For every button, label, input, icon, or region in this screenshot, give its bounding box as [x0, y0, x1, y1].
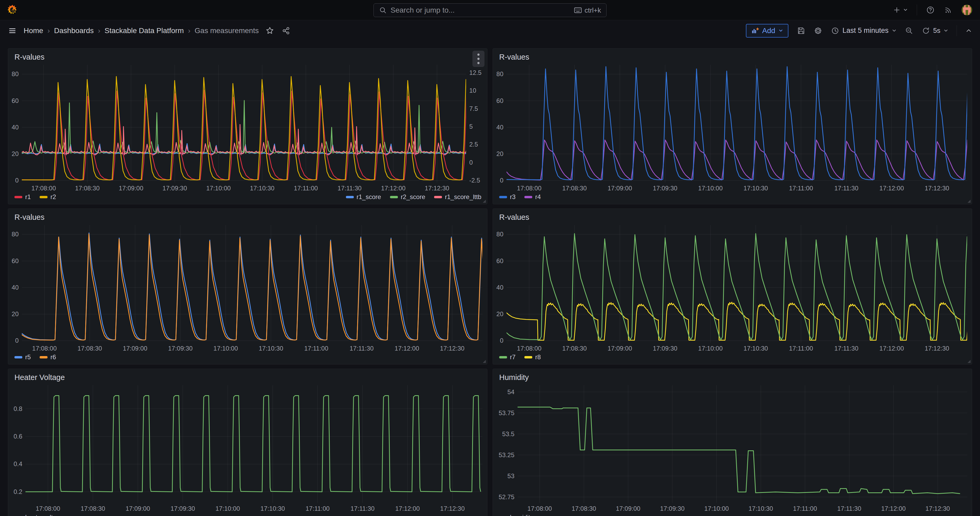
legend: r5r6 [8, 352, 487, 364]
svg-text:53: 53 [508, 472, 514, 479]
svg-text:40: 40 [496, 124, 503, 131]
chart-r-values-3[interactable]: 02040608017:08:0017:08:3017:09:0017:09:3… [8, 222, 487, 352]
svg-text:17:12:30: 17:12:30 [924, 185, 949, 192]
legend-label: r6 [50, 354, 56, 361]
legend-item-r6[interactable]: r6 [40, 354, 56, 361]
star-icon [266, 27, 274, 35]
svg-text:17:10:00: 17:10:00 [215, 505, 240, 512]
chart-heater-voltage[interactable]: 0.20.40.60.817:08:0017:08:3017:09:0017:0… [8, 382, 487, 512]
panel-title[interactable]: R-values [493, 49, 972, 62]
panel-title[interactable]: R-values [493, 209, 972, 222]
svg-text:17:10:00: 17:10:00 [698, 185, 722, 192]
share-button[interactable] [282, 27, 290, 35]
grafana-logo[interactable] [0, 4, 25, 16]
legend-item-humidity[interactable]: humidity [499, 514, 533, 516]
chart-canvas[interactable]: 02040608017:08:0017:08:3017:09:0017:09:3… [493, 62, 972, 192]
legend-item-r2[interactable]: r2 [40, 193, 56, 201]
clock-icon [831, 27, 839, 35]
svg-text:17:10:30: 17:10:30 [743, 185, 768, 192]
save-dashboard-button[interactable] [797, 27, 805, 35]
legend-item-r1_score_lttb[interactable]: r1_score_lttb [434, 193, 481, 201]
chart-canvas[interactable]: 02040608017:08:0017:08:3017:09:0017:09:3… [8, 62, 487, 192]
legend-item-r4[interactable]: r4 [524, 193, 541, 201]
legend-item-r1_score[interactable]: r1_score [346, 193, 381, 201]
legend-label: r3 [510, 193, 515, 201]
svg-text:17:12:30: 17:12:30 [425, 185, 449, 192]
svg-text:20: 20 [496, 311, 503, 317]
chart-r-values-4[interactable]: 02040608017:08:0017:08:3017:09:0017:09:3… [493, 222, 972, 352]
svg-text:60: 60 [11, 257, 19, 264]
breadcrumb-current: Gas measurements [195, 27, 259, 35]
legend-item-r7[interactable]: r7 [499, 354, 515, 361]
chart-canvas[interactable]: 0.20.40.60.817:08:0017:08:3017:09:0017:0… [8, 382, 487, 512]
chart-r-values-1[interactable]: 02040608017:08:0017:08:3017:09:0017:09:3… [8, 62, 487, 192]
search-icon [379, 6, 387, 14]
breadcrumb-separator: › [43, 27, 54, 35]
add-panel-button[interactable]: Add [746, 24, 788, 38]
svg-text:17:09:00: 17:09:00 [119, 185, 143, 192]
legend-item-r8[interactable]: r8 [524, 354, 541, 361]
chart-canvas[interactable]: 02040608017:08:0017:08:3017:09:0017:09:3… [8, 222, 487, 352]
svg-text:17:08:00: 17:08:00 [36, 505, 60, 512]
legend: r1r2r1_scorer2_scorer1_score_lttb [8, 192, 487, 204]
legend-swatch [390, 196, 398, 198]
chart-r-values-2[interactable]: 02040608017:08:0017:08:3017:09:0017:09:3… [493, 62, 972, 192]
legend-group-left: r7r8 [499, 354, 541, 361]
svg-text:53.25: 53.25 [499, 451, 514, 459]
svg-text:17:08:00: 17:08:00 [517, 185, 541, 192]
legend-item-heatervoltage[interactable]: heatervoltage [14, 514, 63, 516]
panel-r-values-1: R-values 02040608017:08:0017:08:3017:09:… [8, 48, 487, 204]
svg-text:17:11:30: 17:11:30 [834, 185, 859, 192]
panel-title[interactable]: Heater Voltage [8, 369, 487, 382]
help-button[interactable] [926, 5, 935, 14]
svg-text:17:09:30: 17:09:30 [653, 345, 677, 352]
legend-swatch [434, 196, 442, 198]
series-r5 [22, 233, 487, 340]
chart-canvas[interactable]: 52.755353.2553.553.755417:08:0017:08:301… [493, 382, 972, 512]
legend-item-r5[interactable]: r5 [14, 354, 31, 361]
panel-title[interactable]: R-values [8, 49, 487, 62]
svg-text:17:10:30: 17:10:30 [743, 345, 768, 352]
breadcrumb-home[interactable]: Home [24, 27, 43, 35]
svg-text:10: 10 [469, 87, 476, 94]
mega-menu-button[interactable] [8, 26, 17, 35]
favorite-button[interactable] [266, 27, 274, 35]
svg-text:0.8: 0.8 [14, 405, 22, 412]
breadcrumb-dashboards[interactable]: Dashboards [54, 27, 94, 35]
legend-group-left: r1r2 [14, 193, 56, 201]
dashboard-grid: R-values 02040608017:08:0017:08:3017:09:… [0, 41, 980, 516]
svg-text:2.5: 2.5 [469, 141, 478, 148]
new-button[interactable] [892, 6, 908, 14]
breadcrumb-separator: › [94, 27, 105, 35]
svg-text:80: 80 [496, 231, 503, 238]
save-icon [797, 27, 805, 35]
news-button[interactable] [944, 5, 953, 14]
dashboard-toolbar: Home › Dashboards › Stackable Data Platf… [0, 20, 980, 41]
svg-text:17:09:00: 17:09:00 [123, 345, 147, 352]
zoom-out-button[interactable] [905, 27, 913, 35]
svg-text:17:12:00: 17:12:00 [381, 185, 406, 192]
refresh-picker[interactable]: 5s [922, 27, 948, 35]
legend-label: r5 [25, 354, 31, 361]
chart-humidity[interactable]: 52.755353.2553.553.755417:08:0017:08:301… [493, 382, 972, 512]
breadcrumb-folder[interactable]: Stackable Data Platform [105, 27, 184, 35]
svg-text:17:11:00: 17:11:00 [789, 185, 813, 192]
panel-title[interactable]: Humidity [493, 369, 972, 382]
time-range-label: Last 5 minutes [843, 27, 889, 35]
collapse-toolbar-button[interactable] [965, 27, 972, 34]
chart-canvas[interactable]: 02040608017:08:0017:08:3017:09:0017:09:3… [493, 222, 972, 352]
chevron-up-icon [965, 27, 972, 34]
panel-title[interactable]: R-values [8, 209, 487, 222]
svg-text:17:08:30: 17:08:30 [81, 505, 105, 512]
svg-text:17:11:30: 17:11:30 [337, 185, 362, 192]
legend-label: r1_score_lttb [445, 193, 481, 201]
legend-item-r3[interactable]: r3 [499, 193, 515, 201]
svg-text:17:12:00: 17:12:00 [881, 505, 905, 512]
dashboard-settings-button[interactable] [814, 26, 822, 35]
legend-item-r2_score[interactable]: r2_score [390, 193, 425, 201]
time-range-picker[interactable]: Last 5 minutes [831, 27, 897, 35]
avatar[interactable] [962, 5, 972, 15]
search-input[interactable]: Search or jump to... ctrl+k [374, 3, 606, 17]
legend-item-r1[interactable]: r1 [14, 193, 31, 201]
legend: humidity [493, 512, 972, 516]
